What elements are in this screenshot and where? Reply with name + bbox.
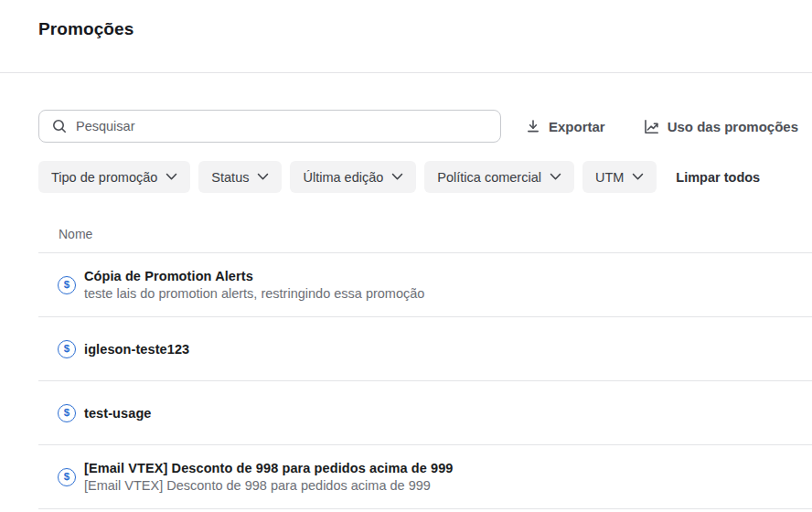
chevron-down-icon (257, 173, 269, 181)
filter-chip-trade-policy[interactable]: Política comercial (424, 161, 574, 193)
filter-chip-label: UTM (595, 170, 624, 185)
table-row[interactable]: $ [Email VTEX] Desconto de 998 para pedi… (38, 445, 812, 509)
filter-chip-promotion-type[interactable]: Tipo de promoção (38, 161, 190, 193)
dollar-circle-icon: $ (58, 276, 76, 294)
promotion-name: igleson-teste123 (84, 342, 189, 357)
table-row[interactable]: $ igleson-teste123 (38, 317, 812, 381)
chevron-down-icon (632, 173, 644, 181)
chevron-down-icon (391, 173, 403, 181)
table-row[interactable]: $ test-usage (38, 381, 812, 445)
promotion-description: teste lais do promotion alerts, restring… (84, 286, 424, 301)
promotions-usage-label: Uso das promoções (668, 119, 798, 134)
filter-chip-label: Status (211, 170, 249, 185)
download-icon (526, 119, 540, 133)
search-input[interactable] (76, 119, 489, 133)
filter-chip-last-edited[interactable]: Última edição (290, 161, 416, 193)
filter-chip-label: Última edição (303, 170, 383, 185)
dollar-circle-icon: $ (58, 340, 76, 358)
export-button[interactable]: Exportar (526, 119, 605, 134)
search-box[interactable] (38, 110, 501, 143)
search-icon (52, 119, 67, 133)
toolbar: Exportar Uso das promoções (38, 110, 812, 143)
page-title: Promoções (38, 19, 812, 39)
promotion-name: test-usage (84, 406, 152, 421)
filter-chip-label: Tipo de promoção (51, 170, 157, 185)
dollar-circle-icon: $ (58, 468, 76, 486)
filter-chip-label: Política comercial (437, 170, 541, 185)
promotions-table: Nome $ Cópia de Promotion Alerts teste l… (38, 216, 812, 509)
filter-chip-utm[interactable]: UTM (582, 161, 657, 193)
promotion-description: [Email VTEX] Desconto de 998 para pedido… (84, 478, 454, 493)
promotions-usage-button[interactable]: Uso das promoções (644, 119, 798, 134)
page-header: Promoções (0, 0, 812, 73)
chevron-down-icon (550, 173, 561, 181)
dollar-circle-icon: $ (58, 404, 76, 422)
promotion-name: Cópia de Promotion Alerts (84, 269, 424, 283)
promotion-name: [Email VTEX] Desconto de 998 para pedido… (84, 461, 454, 475)
export-label: Exportar (549, 119, 605, 134)
column-header-nome: Nome (38, 216, 812, 253)
line-chart-icon (644, 119, 659, 134)
filter-bar: Tipo de promoção Status Última edição Po… (38, 161, 812, 193)
table-row[interactable]: $ Cópia de Promotion Alerts teste lais d… (38, 253, 812, 317)
clear-all-filters-button[interactable]: Limpar todos (676, 170, 760, 185)
chevron-down-icon (166, 173, 177, 181)
filter-chip-status[interactable]: Status (198, 161, 282, 193)
